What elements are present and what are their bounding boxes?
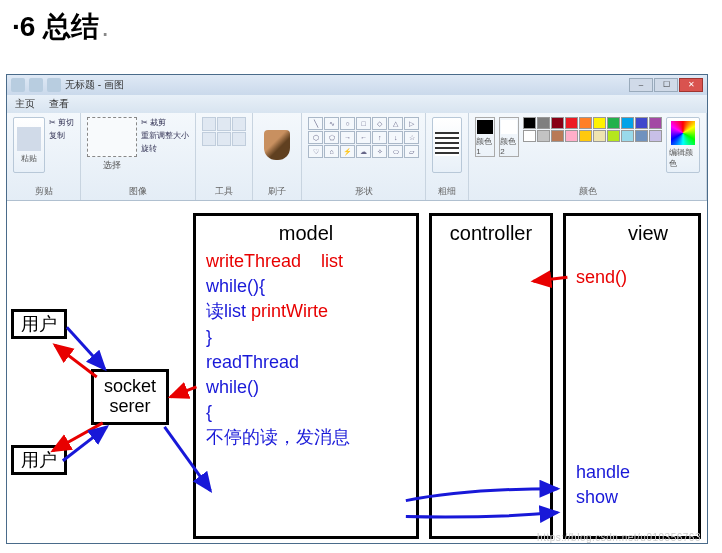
clipboard-group-label: 剪贴: [13, 185, 74, 198]
ribbon-group-image: 选择 ✂ 裁剪 重新调整大小 旋转 图像: [81, 113, 196, 200]
minimize-button[interactable]: –: [629, 78, 653, 92]
palette-swatch[interactable]: [621, 117, 634, 129]
view-l3: show: [576, 485, 688, 510]
paste-label: 粘贴: [21, 153, 37, 164]
svg-line-3: [63, 427, 107, 461]
model-l1a: writeThread: [206, 251, 301, 271]
ribbon: 粘贴 ✂ 剪切 复制 剪贴 选择 ✂ 裁剪 重新调整大小 旋转: [7, 113, 707, 201]
palette-swatch[interactable]: [635, 117, 648, 129]
shape-gallery[interactable]: ╲∿○□◇△▷ ⬡⬠→←↑↓☆ ♡⌂⚡☁✧⬭▱: [308, 117, 419, 158]
tools-group-label: 工具: [202, 185, 246, 198]
ribbon-group-size: 粗细: [426, 113, 469, 200]
color-palette[interactable]: [523, 117, 662, 142]
palette-swatch[interactable]: [523, 130, 536, 142]
paint-window: 无标题 - 画图 – ☐ ✕ 主页 查看 粘贴 ✂ 剪切 复制 剪贴: [6, 74, 708, 544]
palette-swatch[interactable]: [607, 117, 620, 129]
model-l1b: list: [321, 251, 343, 271]
paste-button[interactable]: 粘贴: [13, 117, 45, 173]
select-label: 选择: [103, 159, 121, 172]
socket-line1: socket: [104, 377, 156, 397]
cut-button[interactable]: ✂ 剪切: [49, 117, 74, 128]
page-heading: 6 总结: [0, 0, 722, 54]
model-l4: }: [206, 325, 406, 350]
copy-button[interactable]: 复制: [49, 130, 74, 141]
palette-swatch[interactable]: [649, 130, 662, 142]
color2-label: 颜色 2: [500, 136, 518, 156]
palette-swatch[interactable]: [649, 117, 662, 129]
color1-swatch: [477, 120, 493, 134]
palette-swatch[interactable]: [551, 130, 564, 142]
palette-swatch[interactable]: [621, 130, 634, 142]
palette-swatch[interactable]: [579, 130, 592, 142]
socket-line2: serer: [109, 397, 150, 417]
edit-colors-icon: [671, 121, 695, 145]
user1-box: 用户: [11, 309, 67, 339]
controller-box: controller: [429, 213, 553, 539]
ribbon-group-tools: 工具: [196, 113, 253, 200]
edit-colors-button[interactable]: 编辑颜色: [666, 117, 700, 173]
canvas[interactable]: 用户 用户 socket serer model writeThread lis…: [7, 201, 707, 544]
select-button[interactable]: [87, 117, 137, 157]
controller-title: controller: [442, 222, 540, 245]
watermark: https://blog.csdn.net/u010356763: [537, 532, 701, 543]
color1-button[interactable]: 颜色 1: [475, 117, 495, 157]
view-box: view send() handle show: [563, 213, 701, 539]
resize-button[interactable]: 重新调整大小: [141, 130, 189, 141]
size-group-label: 粗细: [432, 185, 462, 198]
palette-swatch[interactable]: [537, 130, 550, 142]
zoom-tool[interactable]: [232, 132, 246, 146]
qat-save-button[interactable]: [11, 78, 25, 92]
model-l3a: 读list: [206, 301, 246, 321]
pencil-tool[interactable]: [202, 117, 216, 131]
text-tool[interactable]: [232, 117, 246, 131]
palette-swatch[interactable]: [635, 130, 648, 142]
close-button[interactable]: ✕: [679, 78, 703, 92]
edit-colors-label: 编辑颜色: [669, 147, 697, 169]
color2-swatch: [501, 120, 517, 134]
view-title: view: [576, 222, 688, 245]
brush-button[interactable]: [259, 117, 295, 173]
qat-redo-button[interactable]: [47, 78, 61, 92]
palette-swatch[interactable]: [565, 130, 578, 142]
palette-swatch[interactable]: [565, 117, 578, 129]
model-box: model writeThread list while(){ 读list pr…: [193, 213, 419, 539]
palette-swatch[interactable]: [551, 117, 564, 129]
palette-swatch[interactable]: [593, 130, 606, 142]
palette-swatch[interactable]: [523, 117, 536, 129]
model-l6: while(): [206, 375, 406, 400]
image-group-label: 图像: [87, 185, 189, 198]
brush-icon: [264, 130, 290, 160]
palette-swatch[interactable]: [593, 117, 606, 129]
crop-button[interactable]: ✂ 裁剪: [141, 117, 189, 128]
palette-swatch[interactable]: [579, 117, 592, 129]
socket-box: socket serer: [91, 369, 169, 425]
color1-label: 颜色 1: [476, 136, 494, 156]
colors-group-label: 颜色: [475, 185, 700, 198]
paste-icon: [17, 127, 41, 151]
tab-home[interactable]: 主页: [15, 97, 35, 111]
view-l1: send(): [576, 265, 688, 290]
rotate-button[interactable]: 旋转: [141, 143, 189, 154]
ribbon-group-clipboard: 粘贴 ✂ 剪切 复制 剪贴: [7, 113, 81, 200]
view-l2: handle: [576, 460, 688, 485]
model-l8: 不停的读，发消息: [206, 425, 406, 450]
color2-button[interactable]: 颜色 2: [499, 117, 519, 157]
ribbon-group-brush: 刷子: [253, 113, 302, 200]
picker-tool[interactable]: [217, 132, 231, 146]
palette-swatch[interactable]: [607, 130, 620, 142]
eraser-tool[interactable]: [202, 132, 216, 146]
palette-swatch[interactable]: [537, 117, 550, 129]
shapes-group-label: 形状: [308, 185, 419, 198]
fill-tool[interactable]: [217, 117, 231, 131]
user2-box: 用户: [11, 445, 67, 475]
size-button[interactable]: [432, 117, 462, 173]
title-bar: 无标题 - 画图 – ☐ ✕: [7, 75, 707, 95]
tool-grid: [202, 117, 246, 146]
model-l7: {: [206, 400, 406, 425]
maximize-button[interactable]: ☐: [654, 78, 678, 92]
model-title: model: [206, 222, 406, 245]
tab-view[interactable]: 查看: [49, 97, 69, 111]
window-title: 无标题 - 画图: [65, 78, 124, 92]
svg-line-0: [67, 327, 105, 369]
qat-undo-button[interactable]: [29, 78, 43, 92]
